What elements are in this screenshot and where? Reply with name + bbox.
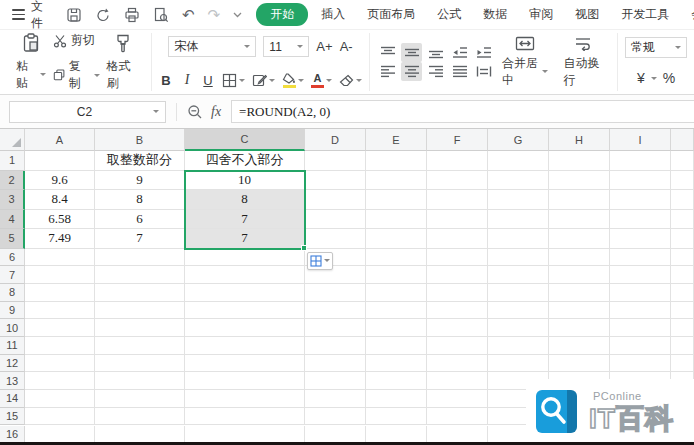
- cell-F14[interactable]: [427, 390, 488, 408]
- cell-I4[interactable]: [610, 210, 671, 230]
- cell-A10[interactable]: [25, 319, 95, 337]
- tab-会[interactable]: 会: [680, 3, 694, 26]
- cell-F9[interactable]: [427, 302, 488, 320]
- cell-F6[interactable]: [427, 249, 488, 267]
- cell-C4[interactable]: 7: [185, 210, 305, 230]
- cell-B1[interactable]: 取整数部分: [95, 151, 185, 171]
- cell-I11[interactable]: [610, 337, 671, 355]
- col-header-overflow[interactable]: [671, 129, 694, 151]
- print-icon[interactable]: [124, 7, 140, 23]
- cell-A2[interactable]: 9.6: [25, 171, 95, 191]
- cell-H8[interactable]: [549, 284, 610, 302]
- cell-E3[interactable]: [366, 190, 427, 210]
- shrink-font-button[interactable]: A-: [340, 39, 353, 54]
- align-center-button[interactable]: [401, 62, 422, 81]
- font-size-select[interactable]: 11: [263, 36, 309, 57]
- justify-button[interactable]: [449, 62, 470, 81]
- cell-B9[interactable]: [95, 302, 185, 320]
- cell-B10[interactable]: [95, 319, 185, 337]
- row-header-9[interactable]: 9: [0, 302, 25, 320]
- cell-A4[interactable]: 6.58: [25, 210, 95, 230]
- tab-数据[interactable]: 数据: [472, 3, 518, 26]
- cell-B11[interactable]: [95, 337, 185, 355]
- cell-E16[interactable]: [366, 426, 427, 443]
- cell-B12[interactable]: [95, 355, 185, 373]
- cell-I8[interactable]: [610, 284, 671, 302]
- row-header-12[interactable]: 12: [0, 355, 25, 373]
- align-left-button[interactable]: [377, 62, 398, 81]
- percent-button[interactable]: %: [663, 70, 675, 86]
- fill-handle[interactable]: [301, 245, 307, 251]
- copy-button[interactable]: 复制: [53, 58, 100, 92]
- cell-H3[interactable]: [549, 190, 610, 210]
- row-header-10[interactable]: 10: [0, 319, 25, 337]
- cell-E9[interactable]: [366, 302, 427, 320]
- tab-页面布局[interactable]: 页面布局: [356, 3, 426, 26]
- cell-D5[interactable]: [305, 229, 366, 249]
- align-bottom-button[interactable]: [425, 43, 446, 62]
- cell-B3[interactable]: 8: [95, 190, 185, 210]
- tab-公式[interactable]: 公式: [426, 3, 472, 26]
- cell-B15[interactable]: [95, 408, 185, 426]
- cell-F2[interactable]: [427, 171, 488, 191]
- cell-D4[interactable]: [305, 210, 366, 230]
- number-format-select[interactable]: 常规: [625, 37, 687, 58]
- cell-A16[interactable]: [25, 426, 95, 443]
- cell-E6[interactable]: [366, 249, 427, 267]
- font-name-select[interactable]: 宋体: [168, 36, 256, 57]
- cell-C15[interactable]: [185, 408, 305, 426]
- cell-overflow-r7[interactable]: [671, 266, 694, 284]
- cell-D10[interactable]: [305, 319, 366, 337]
- cell-G5[interactable]: [488, 229, 549, 249]
- cell-B4[interactable]: 6: [95, 210, 185, 230]
- row-header-11[interactable]: 11: [0, 337, 25, 355]
- row-header-3[interactable]: 3: [0, 190, 25, 210]
- tab-开发工具[interactable]: 开发工具: [610, 3, 680, 26]
- cell-H4[interactable]: [549, 210, 610, 230]
- row-header-13[interactable]: 13: [0, 372, 25, 390]
- clear-button[interactable]: [339, 74, 362, 87]
- cell-C10[interactable]: [185, 319, 305, 337]
- cell-E12[interactable]: [366, 355, 427, 373]
- cell-C6[interactable]: [185, 249, 305, 267]
- cell-H5[interactable]: [549, 229, 610, 249]
- cell-G6[interactable]: [488, 249, 549, 267]
- increase-indent-button[interactable]: [473, 43, 494, 62]
- col-header-I[interactable]: I: [610, 129, 671, 151]
- cell-E10[interactable]: [366, 319, 427, 337]
- cell-D8[interactable]: [305, 284, 366, 302]
- underline-button[interactable]: U: [201, 73, 215, 88]
- align-right-button[interactable]: [425, 62, 446, 81]
- row-header-1[interactable]: 1: [0, 151, 25, 171]
- distributed-align-button[interactable]: [473, 62, 494, 81]
- row-header-8[interactable]: 8: [0, 284, 25, 302]
- cell-E5[interactable]: [366, 229, 427, 249]
- tab-开始[interactable]: 开始: [256, 3, 308, 26]
- cell-A5[interactable]: 7.49: [25, 229, 95, 249]
- row-header-15[interactable]: 15: [0, 408, 25, 426]
- cell-G11[interactable]: [488, 337, 549, 355]
- cell-C11[interactable]: [185, 337, 305, 355]
- cell-A7[interactable]: [25, 266, 95, 284]
- font-color-button[interactable]: A: [311, 73, 332, 88]
- col-header-C[interactable]: C: [185, 129, 305, 151]
- cell-D1[interactable]: [305, 151, 366, 171]
- print-preview-icon[interactable]: [153, 7, 169, 23]
- cell-C3[interactable]: 8: [185, 190, 305, 210]
- cell-overflow-r3[interactable]: [671, 190, 694, 210]
- cell-C16[interactable]: [185, 426, 305, 443]
- col-header-G[interactable]: G: [488, 129, 549, 151]
- cell-B2[interactable]: 9: [95, 171, 185, 191]
- cell-E11[interactable]: [366, 337, 427, 355]
- cell-F3[interactable]: [427, 190, 488, 210]
- cell-D14[interactable]: [305, 390, 366, 408]
- bold-button[interactable]: B: [159, 73, 173, 88]
- cell-H11[interactable]: [549, 337, 610, 355]
- cell-C1[interactable]: 四舍不入部分: [185, 151, 305, 171]
- insert-function-button[interactable]: fx: [211, 104, 221, 120]
- cell-overflow-r8[interactable]: [671, 284, 694, 302]
- cell-D2[interactable]: [305, 171, 366, 191]
- cell-A1[interactable]: [25, 151, 95, 171]
- cell-I12[interactable]: [610, 355, 671, 373]
- file-menu[interactable]: 文件: [31, 0, 43, 32]
